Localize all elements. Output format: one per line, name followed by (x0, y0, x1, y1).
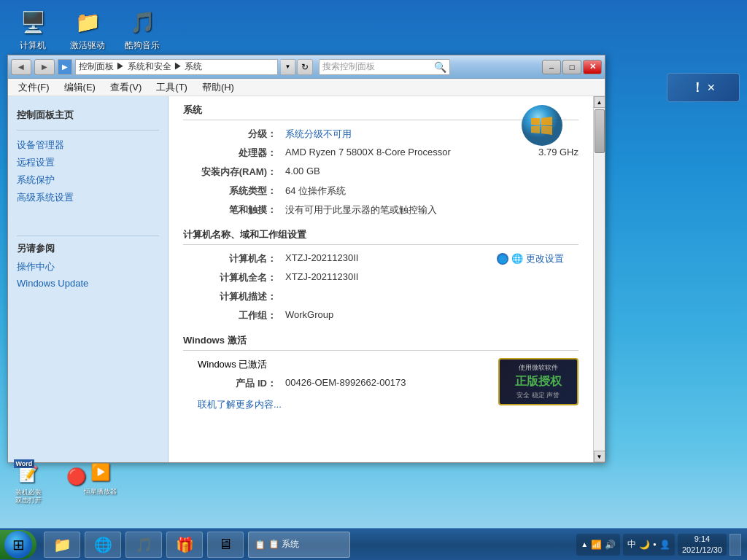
notification-close[interactable]: ✕ (707, 82, 716, 93)
learn-more-link[interactable]: 联机了解更多内容... (183, 396, 498, 413)
badge-top-text: 使用微软软件 (519, 363, 558, 373)
clock[interactable]: 9:14 2021/12/30 (678, 534, 727, 556)
player-icon: ▶️ (88, 459, 114, 486)
menu-edit[interactable]: 编辑(E) (60, 79, 100, 96)
address-text: 控制面板 ▶ 系统和安全 ▶ 系统 (79, 61, 202, 73)
badge-main-text: 正版授权 (515, 374, 562, 389)
dot-icon: ● (653, 541, 657, 548)
window-controls: – □ ✕ (542, 60, 602, 74)
desktop-icon-driver[interactable]: 📁 激活驱动 (62, 7, 113, 52)
clock-time: 9:14 (694, 534, 710, 544)
notification-text: ！ (691, 79, 704, 96)
maximize-button[interactable]: □ (562, 60, 581, 74)
taskbar-desktop-word[interactable]: 📝 Word 装机必装 双击打开 (4, 461, 52, 505)
info-row-ram: 安装内存(RAM)： 4.00 GB (183, 166, 578, 179)
taskbar-ie-button[interactable]: 🌐 (85, 532, 121, 558)
taskbar-explorer-button[interactable]: 📁 (44, 532, 80, 558)
badge-bottom-text: 安全 稳定 声誉 (516, 391, 560, 400)
taskbar-window-system[interactable]: 📋 📋 系统 (248, 532, 350, 558)
main-content: 系统 分级： 系统分级不可用 处理器： AMD Ryzen 7 5800X 8-… (169, 96, 593, 462)
taskbar-desktop-player[interactable]: ▶️ 恒星播放器 (77, 459, 124, 497)
tray-icons: ▲ 📶 🔊 (576, 534, 620, 556)
taskbar-gift-button[interactable]: 🎁 (166, 532, 203, 558)
processor-label: 处理器： (183, 147, 285, 160)
product-id-value: 00426-OEM-8992662-00173 (285, 377, 498, 388)
nav-back-button[interactable]: ◀ (11, 59, 31, 75)
folder-icon: 📁 (73, 7, 102, 36)
workgroup-value: WorkGroup (285, 309, 578, 320)
clock-date: 2021/12/30 (682, 545, 722, 555)
sidebar-home-link[interactable]: 控制面板主页 (17, 106, 159, 124)
taskbar-pinned-apps: 📁 🌐 🎵 🎁 🖥 (42, 532, 245, 558)
system-window: ◀ ▶ ▶ 控制面板 ▶ 系统和安全 ▶ 系统 ▼ ↻ 搜索控制面板 🔍 – □… (7, 55, 605, 463)
desktop-icon-label: 酷狗音乐 (125, 39, 160, 52)
sidebar-link-windows-update[interactable]: Windows Update (17, 276, 159, 291)
activation-section: Windows 激活 Windows 已激活 产品 ID： 00426-OEM-… (183, 334, 578, 413)
ram-value: 4.00 GB (285, 166, 578, 176)
sidebar-link-action-center[interactable]: 操作中心 (17, 258, 159, 276)
search-placeholder: 搜索控制面板 (322, 61, 434, 73)
menu-tools[interactable]: 工具(T) (152, 79, 192, 96)
info-row-fullname: 计算机全名： XTZJ-20211230II (183, 271, 578, 284)
refresh-button[interactable]: ↻ (297, 59, 313, 75)
taskbar-remote-button[interactable]: 🖥 (207, 532, 244, 558)
show-hidden-button[interactable]: ▲ (581, 540, 588, 548)
music-icon: 🎵 (128, 7, 157, 36)
search-bar[interactable]: 搜索控制面板 🔍 (319, 59, 450, 75)
content-area: 控制面板主页 设备管理器 远程设置 系统保护 高级系统设置 另请参阅 操作中心 … (8, 96, 605, 462)
desktop-icon-music[interactable]: 🎵 酷狗音乐 (117, 7, 168, 52)
sidebar-link-device-manager[interactable]: 设备管理器 (17, 136, 159, 154)
sidebar-also-title: 另请参阅 (17, 242, 159, 255)
ram-label: 安装内存(RAM)： (183, 166, 285, 179)
taskbar: ⊞ 📁 🌐 🎵 🎁 🖥 📋 📋 系统 ▲ 📶 🔊 中 🌙 ● 👤 9:14 20… (0, 528, 747, 560)
scroll-down-button[interactable]: ▼ (594, 451, 605, 462)
taskbar-music-button[interactable]: 🎵 (125, 532, 162, 558)
window-icon: 📋 (255, 540, 266, 550)
start-button[interactable]: ⊞ (0, 530, 36, 559)
info-row-pen: 笔和触摸： 没有可用于此显示器的笔或触控输入 (183, 203, 578, 217)
scroll-up-button[interactable]: ▲ (594, 96, 605, 108)
minimize-button[interactable]: – (542, 60, 561, 74)
nav-forward-button[interactable]: ▶ (34, 59, 55, 75)
system-type-value: 64 位操作系统 (285, 184, 578, 198)
overlay-notification[interactable]: ！ ✕ (667, 73, 740, 102)
window-label: 📋 系统 (268, 538, 299, 551)
close-button[interactable]: ✕ (583, 60, 602, 74)
pen-label: 笔和触摸： (183, 203, 285, 217)
show-desktop-button[interactable] (729, 534, 741, 556)
desktop-icon-label: 计算机 (20, 39, 46, 52)
player-label: 恒星播放器 (84, 487, 117, 497)
info-row-system-type: 系统类型： 64 位操作系统 (183, 184, 578, 198)
volume-icon[interactable]: 🔊 (605, 540, 616, 550)
info-row-workgroup: 工作组： WorkGroup (183, 309, 578, 322)
menu-help[interactable]: 帮助(H) (198, 79, 239, 96)
sidebar-link-advanced[interactable]: 高级系统设置 (17, 189, 159, 206)
workgroup-label: 工作组： (183, 309, 285, 322)
desktop-icon-computer[interactable]: 🖥️ 计算机 (7, 7, 58, 52)
processor-speed: 3.79 GHz (538, 147, 578, 158)
search-icon[interactable]: 🔍 (434, 61, 446, 73)
activation-badge: 使用微软软件 正版授权 安全 稳定 声誉 (498, 358, 578, 405)
fullname-value: XTZJ-20211230II (285, 271, 578, 282)
svg-marker-1 (531, 118, 540, 125)
scrollbar[interactable]: ▲ ▼ (593, 96, 605, 462)
menu-file[interactable]: 文件(F) (14, 79, 54, 96)
network-icon[interactable]: 📶 (591, 540, 602, 550)
svg-marker-3 (531, 126, 540, 133)
window-titlebar: ◀ ▶ ▶ 控制面板 ▶ 系统和安全 ▶ 系统 ▼ ↻ 搜索控制面板 🔍 – □… (8, 55, 605, 79)
sidebar-link-remote[interactable]: 远程设置 (17, 154, 159, 171)
fullname-label: 计算机全名： (183, 271, 285, 284)
sidebar-link-protection[interactable]: 系统保护 (17, 171, 159, 189)
address-bar[interactable]: 控制面板 ▶ 系统和安全 ▶ 系统 (75, 59, 278, 75)
user-icon[interactable]: 👤 (659, 540, 670, 550)
titlebar-left: ◀ ▶ ▶ 控制面板 ▶ 系统和安全 ▶ 系统 ▼ ↻ 搜索控制面板 🔍 (11, 59, 450, 75)
moon-icon[interactable]: 🌙 (639, 540, 650, 550)
info-row-desc: 计算机描述： (183, 290, 578, 303)
menu-bar: 文件(F) 编辑(E) 查看(V) 工具(T) 帮助(H) (8, 79, 605, 96)
tray-ime: 中 🌙 ● 👤 (623, 534, 675, 556)
ime-button[interactable]: 中 (627, 538, 636, 551)
scroll-thumb[interactable] (595, 109, 605, 153)
menu-view[interactable]: 查看(V) (106, 79, 146, 96)
address-dropdown-button[interactable]: ▼ (281, 59, 295, 75)
change-settings-link[interactable]: 🌐 🌐 更改设置 (497, 252, 564, 265)
